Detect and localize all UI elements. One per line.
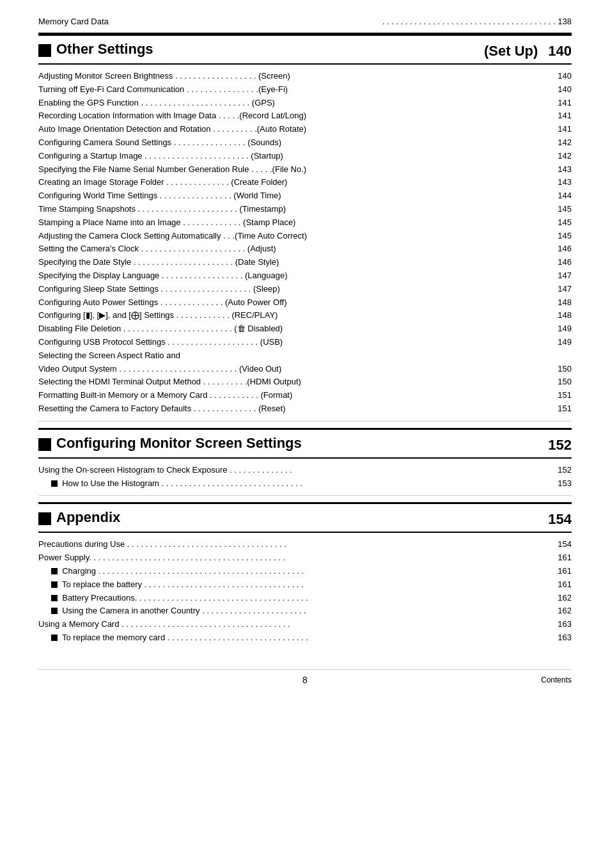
top-dots: . . . . . . . . . . . . . . . . . . . . … (382, 17, 572, 26)
entry-eyefi: Turning off Eye-Fi Card Communication . … (38, 83, 572, 97)
entry-file-deletion: Disabling File Deletion . . . . . . . . … (38, 322, 572, 336)
sub-entry-replace-memory-card: To replace the memory card . . . . . . .… (38, 631, 572, 645)
entry-language: Specifying the Display Language . . . . … (38, 269, 572, 283)
section-icon-monitor (38, 438, 51, 451)
section-monitor-settings: Configuring Monitor Screen Settings 152 … (38, 428, 572, 496)
entry-video-out: Video Output System . . . . . . . . . . … (38, 363, 572, 376)
entry-timestamp: Time Stamping Snapshots . . . . . . . . … (38, 203, 572, 216)
sub-entry-replace-battery: To replace the battery . . . . . . . . .… (38, 578, 572, 592)
section-monitor-title: Configuring Monitor Screen Settings (38, 435, 302, 452)
footer-label: Contents (533, 675, 572, 684)
section-monitor-page: 152 (548, 437, 572, 454)
entry-monitor-brightness: Adjusting Monitor Screen Brightness . . … (38, 70, 572, 83)
bullet-icon-charging (51, 568, 58, 574)
entry-startup-image: Configuring a Startup Image . . . . . . … (38, 150, 572, 163)
entry-precautions: Precautions during Use . . . . . . . . .… (38, 538, 572, 551)
monitor-settings-entries: Using the On-screen Histogram to Check E… (38, 459, 572, 496)
entry-auto-power: Configuring Auto Power Settings . . . . … (38, 296, 572, 310)
entry-record-lat: Recording Location Information with Imag… (38, 109, 572, 123)
entry-sleep: Configuring Sleep State Settings . . . .… (38, 283, 572, 296)
section-appendix-page: 154 (548, 511, 572, 528)
entry-usb: Configuring USB Protocol Settings . . . … (38, 336, 572, 349)
entry-time-auto-correct: Adjusting the Camera Clock Setting Autom… (38, 230, 572, 243)
bullet-icon-memory-card (51, 635, 58, 641)
sub-entry-charging: Charging . . . . . . . . . . . . . . . .… (38, 565, 572, 578)
entry-world-time: Configuring World Time Settings . . . . … (38, 189, 572, 203)
entry-adjust-clock: Setting the Camera's Clock . . . . . . .… (38, 242, 572, 256)
top-page: 138 (558, 17, 572, 26)
entry-screen-aspect: Selecting the Screen Aspect Ratio and (38, 349, 572, 363)
footer-page: 8 (77, 675, 533, 685)
section-appendix-title: Appendix (38, 509, 120, 526)
top-entry: Memory Card Data . . . . . . . . . . . .… (38, 13, 572, 34)
sub-entry-histogram-use: How to Use the Histogram . . . . . . . .… (38, 477, 572, 491)
entry-histogram: Using the On-screen Histogram to Check E… (38, 464, 572, 477)
entry-memory-card: Using a Memory Card . . . . . . . . . . … (38, 618, 572, 631)
sub-entry-camera-country: Using the Camera in another Country . . … (38, 604, 572, 618)
section-icon-appendix (38, 512, 51, 525)
section-icon-other (38, 44, 51, 57)
sub-entry-battery-precautions: Battery Precautions. . . . . . . . . . .… (38, 592, 572, 605)
entry-hdmi: Selecting the HDMI Terminal Output Metho… (38, 375, 572, 389)
entry-reset: Resetting the Camera to Factory Defaults… (38, 402, 572, 416)
entry-power-supply: Power Supply. . . . . . . . . . . . . . … (38, 551, 572, 565)
footer: 8 Contents (38, 669, 572, 685)
entry-file-no: Specifying the File Name Serial Number G… (38, 163, 572, 177)
bullet-icon-battery-precautions (51, 595, 58, 601)
entry-gps: Enabling the GPS Function . . . . . . . … (38, 97, 572, 110)
section-other-settings-title: Other Settings (38, 41, 153, 58)
entry-rec-play: Configuring [▮], [▶], and [⨁] Settings .… (38, 309, 572, 322)
entry-sounds: Configuring Camera Sound Settings . . . … (38, 136, 572, 150)
bullet-icon-battery (51, 581, 58, 588)
section-other-settings-right: (Set Up) 140 (484, 43, 572, 59)
entry-auto-rotate: Auto Image Orientation Detection and Rot… (38, 123, 572, 136)
entry-create-folder: Creating an Image Storage Folder . . . .… (38, 176, 572, 189)
entry-stamp-place: Stamping a Place Name into an Image . . … (38, 216, 572, 230)
other-settings-entries: Adjusting Monitor Screen Brightness . . … (38, 65, 572, 422)
bullet-icon-country (51, 608, 58, 614)
top-label: Memory Card Data (38, 17, 109, 26)
bullet-icon (51, 480, 58, 487)
entry-date-style: Specifying the Date Style . . . . . . . … (38, 256, 572, 269)
appendix-entries: Precautions during Use . . . . . . . . .… (38, 533, 572, 649)
entry-format: Formatting Built-in Memory or a Memory C… (38, 389, 572, 402)
section-other-settings: Other Settings (Set Up) 140 Adjusting Mo… (38, 34, 572, 422)
section-appendix: Appendix 154 Precautions during Use . . … (38, 502, 572, 649)
